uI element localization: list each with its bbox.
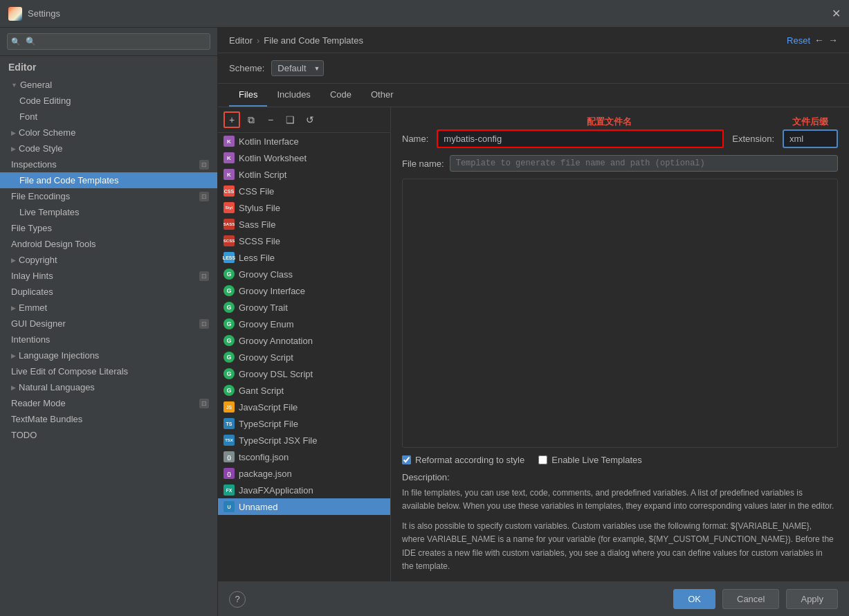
reset-button[interactable]: Reset <box>787 35 810 46</box>
sidebar-item-code-style[interactable]: Code Style <box>0 141 217 156</box>
add-template-button[interactable]: + <box>223 111 240 128</box>
description-label: Description: <box>402 472 838 482</box>
apply-button[interactable]: Apply <box>786 589 838 609</box>
tab-includes[interactable]: Includes <box>267 84 320 107</box>
sidebar-item-textmate[interactable]: TextMate Bundles <box>0 411 217 427</box>
sidebar-item-label: Code Editing <box>19 96 71 106</box>
file-item-package-json[interactable]: {} package.json <box>218 465 390 482</box>
file-icon-groovy-trait: G <box>223 302 235 313</box>
sidebar-item-android-design[interactable]: Android Design Tools <box>0 236 217 252</box>
file-item-label: TypeScript File <box>239 419 298 429</box>
file-item-groovy-script[interactable]: G Groovy Script <box>218 349 390 365</box>
file-item-unnamed[interactable]: U Unnamed <box>218 498 390 515</box>
file-item-less-file[interactable]: LESS Less File <box>218 249 390 266</box>
sidebar-item-color-scheme[interactable]: Color Scheme <box>0 125 217 141</box>
file-icon-kotlin-interface: K <box>223 136 235 147</box>
sidebar-item-file-types[interactable]: File Types <box>0 220 217 236</box>
sidebar-item-label: Android Design Tools <box>11 239 96 249</box>
filename-input[interactable] <box>450 155 838 172</box>
file-item-groovy-interface[interactable]: G Groovy Interface <box>218 282 390 299</box>
sidebar-item-font[interactable]: Font <box>0 109 217 125</box>
file-item-typescript-jsx[interactable]: TSX TypeScript JSX File <box>218 432 390 449</box>
file-item-stylus-file[interactable]: Styl Stylus File <box>218 199 390 216</box>
reset-template-button[interactable]: ↺ <box>302 111 318 128</box>
file-item-javafx[interactable]: FX JavaFXApplication <box>218 482 390 498</box>
tabs-row: Files Includes Code Other <box>218 84 849 107</box>
search-input[interactable] <box>7 33 210 50</box>
file-icon-typescript: TS <box>223 418 235 429</box>
sidebar-item-label: Intentions <box>11 334 50 345</box>
scheme-select[interactable]: Default <box>271 60 324 76</box>
tab-code[interactable]: Code <box>320 84 361 107</box>
sidebar-item-intentions[interactable]: Intentions <box>0 332 217 347</box>
sidebar-item-copyright[interactable]: Copyright <box>0 252 217 268</box>
sidebar-item-label: Language Injections <box>19 350 99 361</box>
file-item-groovy-dsl-script[interactable]: G Groovy DSL Script <box>218 365 390 382</box>
file-item-groovy-enum[interactable]: G Groovy Enum <box>218 316 390 332</box>
file-item-tsconfig[interactable]: {} tsconfig.json <box>218 449 390 465</box>
nav-back-button[interactable]: ← <box>814 35 824 46</box>
sidebar-item-label: Font <box>19 111 37 122</box>
reformat-checkbox-item[interactable]: Reformat according to style <box>402 455 524 465</box>
sidebar-item-natural-languages[interactable]: Natural Languages <box>0 379 217 395</box>
file-item-css-file[interactable]: CSS CSS File <box>218 183 390 199</box>
file-item-typescript-file[interactable]: TS TypeScript File <box>218 415 390 432</box>
file-item-groovy-annotation[interactable]: G Groovy Annotation <box>218 332 390 349</box>
sidebar-item-duplicates[interactable]: Duplicates <box>0 284 217 300</box>
file-item-label: package.json <box>239 469 292 479</box>
scheme-label: Scheme: <box>229 63 264 73</box>
file-item-sass-file[interactable]: SASS Sass File <box>218 216 390 233</box>
ok-button[interactable]: OK <box>673 589 715 609</box>
file-item-label: Groovy Trait <box>239 302 288 313</box>
file-icon-groovy-class: G <box>223 269 235 280</box>
filename-row: File name: <box>402 155 838 172</box>
live-templates-checkbox-item[interactable]: Enable Live Templates <box>538 455 642 465</box>
name-input[interactable] <box>437 129 724 148</box>
sidebar-item-file-code-templates[interactable]: File and Code Templates <box>0 172 217 188</box>
sidebar-item-reader-mode[interactable]: Reader Mode ⊡ <box>0 395 217 411</box>
extension-input[interactable] <box>783 129 838 148</box>
sidebar-item-general[interactable]: General <box>0 77 217 93</box>
file-item-label: Gant Script <box>239 386 284 396</box>
file-item-javascript-file[interactable]: JS JavaScript File <box>218 399 390 415</box>
editor-content[interactable] <box>402 179 838 448</box>
sidebar-item-code-editing[interactable]: Code Editing <box>0 93 217 109</box>
file-item-scss-file[interactable]: SCSS SCSS File <box>218 233 390 249</box>
file-item-kotlin-script[interactable]: K Kotlin Script <box>218 166 390 183</box>
file-item-groovy-class[interactable]: G Groovy Class <box>218 266 390 282</box>
annotation-name-label: 配置文件名 <box>587 116 632 127</box>
sidebar-item-inspections[interactable]: Inspections ⊡ <box>0 156 217 172</box>
copy-template-button[interactable]: ⧉ <box>243 111 259 128</box>
sidebar-item-label: Inlay Hints <box>11 271 53 281</box>
sidebar-item-emmet[interactable]: Emmet <box>0 300 217 316</box>
cancel-button[interactable]: Cancel <box>722 589 779 609</box>
close-button[interactable]: ✕ <box>832 7 841 20</box>
file-item-gant-script[interactable]: G Gant Script <box>218 382 390 399</box>
file-item-label: Groovy Class <box>239 269 293 280</box>
file-icon-groovy-script: G <box>223 352 235 363</box>
file-item-label: tsconfig.json <box>239 452 289 462</box>
file-item-kotlin-worksheet[interactable]: K Kotlin Worksheet <box>218 150 390 166</box>
sidebar-item-inlay-hints[interactable]: Inlay Hints ⊡ <box>0 268 217 284</box>
sidebar-item-gui-designer[interactable]: GUI Designer ⊡ <box>0 316 217 332</box>
file-item-groovy-trait[interactable]: G Groovy Trait <box>218 299 390 316</box>
sidebar-item-language-injections[interactable]: Language Injections <box>0 347 217 363</box>
sidebar-item-todo[interactable]: TODO <box>0 427 217 443</box>
live-templates-checkbox[interactable] <box>538 455 547 464</box>
file-icon-javafx: FX <box>223 484 235 496</box>
file-item-kotlin-interface[interactable]: K Kotlin Interface <box>218 133 390 150</box>
reformat-checkbox[interactable] <box>402 455 411 464</box>
remove-template-button[interactable]: − <box>262 111 279 128</box>
tab-other[interactable]: Other <box>361 84 403 107</box>
sidebar-title: Editor <box>0 56 217 75</box>
description-p2: It is also possible to specify custom va… <box>402 520 835 573</box>
tab-files[interactable]: Files <box>229 84 267 107</box>
duplicate-template-button[interactable]: ❑ <box>282 111 299 128</box>
file-item-label: Stylus File <box>239 203 280 213</box>
nav-forward-button[interactable]: → <box>828 35 838 46</box>
help-button[interactable]: ? <box>229 591 246 608</box>
action-buttons: OK Cancel Apply <box>673 589 838 609</box>
sidebar-item-live-templates[interactable]: Live Templates <box>0 204 217 220</box>
sidebar-item-file-encodings[interactable]: File Encodings ⊡ <box>0 188 217 204</box>
sidebar-item-live-edit[interactable]: Live Edit of Compose Literals <box>0 363 217 379</box>
